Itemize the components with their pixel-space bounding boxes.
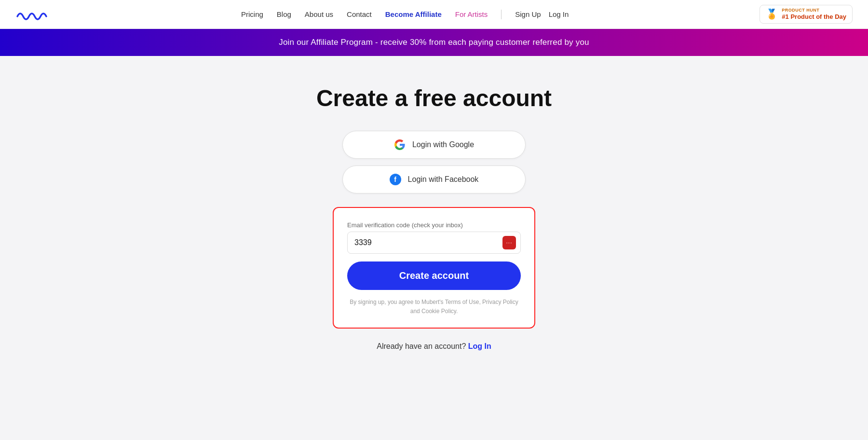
dots-icon: ··· (506, 239, 512, 246)
already-have-account: Already have an account? Log In (377, 342, 491, 351)
facebook-login-button[interactable]: f Login with Facebook (342, 165, 526, 193)
login-link[interactable]: Log In (468, 342, 491, 350)
nav-links: Pricing Blog About us Contact Become Aff… (241, 10, 569, 19)
product-hunt-text: PRODUCT HUNT #1 Product of the Day (782, 8, 846, 20)
medal-icon: 🏅 (766, 8, 778, 20)
nav-artists[interactable]: For Artists (455, 10, 488, 18)
nav-auth: Sign Up Log In (515, 10, 569, 18)
create-account-button[interactable]: Create account (347, 261, 521, 290)
logo[interactable] (15, 7, 50, 22)
nav-about[interactable]: About us (305, 10, 333, 18)
input-wrapper: ··· (347, 232, 521, 254)
google-button-label: Login with Google (412, 140, 474, 149)
nav-contact[interactable]: Contact (347, 10, 372, 18)
facebook-button-label: Login with Facebook (408, 175, 479, 184)
nav-signup[interactable]: Sign Up (515, 10, 541, 18)
google-login-button[interactable]: Login with Google (342, 131, 526, 159)
main-content: Create a free account Login with Google … (0, 56, 868, 380)
field-label: Email verification code (check your inbo… (347, 221, 521, 229)
page-title: Create a free account (316, 85, 552, 111)
navbar: Pricing Blog About us Contact Become Aff… (0, 0, 868, 29)
form-field-group: Email verification code (check your inbo… (347, 221, 521, 254)
affiliate-banner[interactable]: Join our Affiliate Program - receive 30%… (0, 29, 868, 56)
verification-form-box: Email verification code (check your inbo… (333, 207, 535, 329)
nav-divider (501, 10, 502, 19)
social-buttons: Login with Google f Login with Facebook (342, 131, 526, 193)
terms-text: By signing up, you agree to Mubert's Ter… (347, 298, 521, 316)
ph-title: #1 Product of the Day (782, 13, 846, 21)
product-hunt-badge[interactable]: 🏅 PRODUCT HUNT #1 Product of the Day (760, 5, 853, 23)
facebook-icon: f (390, 174, 401, 185)
nav-affiliate[interactable]: Become Affiliate (385, 10, 442, 18)
google-icon (394, 139, 406, 151)
nav-pricing[interactable]: Pricing (241, 10, 263, 18)
already-text: Already have an account? (377, 342, 466, 350)
banner-text: Join our Affiliate Program - receive 30%… (279, 38, 589, 47)
nav-login[interactable]: Log In (549, 10, 569, 18)
code-action-button[interactable]: ··· (502, 236, 516, 249)
nav-blog[interactable]: Blog (277, 10, 291, 18)
ph-label: PRODUCT HUNT (782, 8, 846, 13)
verification-code-input[interactable] (347, 232, 521, 254)
